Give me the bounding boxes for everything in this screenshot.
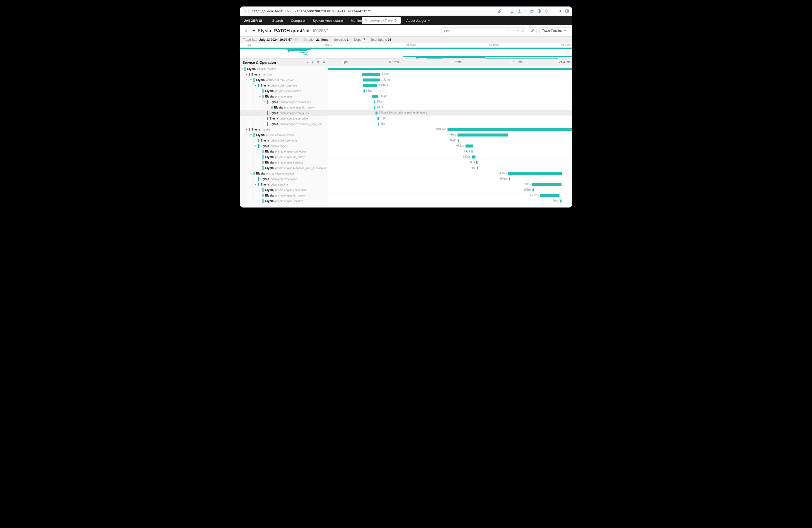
span-bar[interactable] bbox=[328, 68, 572, 70]
toggle-icon[interactable] bbox=[253, 138, 258, 143]
span-bar[interactable] bbox=[378, 122, 379, 126]
collapse-all-icon[interactable] bbox=[317, 61, 320, 64]
timeline-row[interactable]: 4.7ms bbox=[328, 171, 572, 176]
nav-monitor[interactable]: Monitor bbox=[351, 19, 362, 23]
span-bar[interactable] bbox=[533, 189, 534, 191]
back-button[interactable] bbox=[243, 27, 250, 34]
timeline-row[interactable]: 565μs bbox=[328, 94, 572, 99]
span-bar[interactable] bbox=[472, 156, 476, 159]
span-bar[interactable] bbox=[374, 101, 375, 103]
trace-lookup-input[interactable] bbox=[369, 18, 398, 23]
timeline-row[interactable]: 85μs bbox=[328, 88, 572, 94]
folder-icon[interactable] bbox=[530, 9, 534, 13]
span-row[interactable]: Elysiahandle bbox=[240, 127, 328, 132]
brand[interactable]: JAEGER UI bbox=[244, 19, 262, 23]
toggle-icon[interactable] bbox=[262, 122, 266, 126]
trace-minimap[interactable]: 0μs5.37ms10.75ms16.12ms21.49ms bbox=[240, 43, 572, 59]
span-row[interactable]: Elysiaprisma:engine:db_query bbox=[240, 110, 328, 116]
span-row[interactable]: Elysiaprisma:client:operation bbox=[240, 171, 328, 176]
span-bar[interactable] bbox=[376, 112, 377, 115]
span-bar[interactable] bbox=[458, 139, 459, 142]
span-row[interactable]: Elysiaprisma:engine:connection bbox=[240, 149, 328, 154]
span-row[interactable]: Elysiaprisma:engine bbox=[240, 94, 328, 99]
toggle-icon[interactable] bbox=[245, 73, 248, 76]
span-row[interactable]: Elysiaprisma:engine:db_query bbox=[240, 193, 328, 198]
span-bar[interactable] bbox=[509, 177, 510, 180]
globe-icon[interactable] bbox=[537, 9, 541, 13]
timeline-row[interactable]: 75μs bbox=[328, 99, 572, 105]
expand-one-icon[interactable] bbox=[311, 61, 314, 64]
span-bar[interactable] bbox=[508, 172, 562, 175]
toggle-icon[interactable] bbox=[267, 105, 271, 109]
span-row[interactable]: Elysiaprisma:engine:response_json_seri..… bbox=[240, 121, 328, 127]
timeline-row[interactable]: 4μs bbox=[328, 121, 572, 127]
toggle-icon[interactable] bbox=[258, 188, 262, 192]
timeline-row[interactable]: 171μs | Elysia::prisma:engine:db_query bbox=[328, 110, 572, 116]
timeline-row[interactable]: 18μs bbox=[328, 116, 572, 121]
about-menu[interactable]: About Jaeger bbox=[406, 19, 430, 23]
timeline-row[interactable]: 1.71ms bbox=[328, 193, 572, 198]
span-row[interactable]: Elysiaprisma:client:operation bbox=[240, 132, 328, 138]
camera-icon[interactable] bbox=[518, 9, 522, 13]
timeline-row[interactable]: 26μs bbox=[328, 198, 572, 204]
timeline-row[interactable]: 104μs bbox=[328, 176, 572, 182]
span-row[interactable]: Elysiaprisma:engine:serialize bbox=[240, 116, 328, 121]
span-row[interactable]: Elysiaprisma:engine:serialize bbox=[240, 198, 328, 204]
view-dropdown[interactable]: Trace Timeline bbox=[539, 27, 569, 34]
span-bar[interactable] bbox=[465, 145, 473, 147]
toggle-icon[interactable] bbox=[258, 161, 262, 164]
timeline-row[interactable]: 2.59ms bbox=[328, 182, 572, 187]
toggle-icon[interactable] bbox=[249, 133, 253, 137]
timeline-row[interactable] bbox=[328, 66, 572, 72]
span-bar[interactable] bbox=[374, 106, 375, 109]
span-row[interactable]: ElysiagetUserIdFromSession bbox=[240, 77, 328, 83]
toggle-icon[interactable] bbox=[253, 144, 258, 148]
span-bar[interactable] bbox=[532, 183, 562, 186]
toggle-icon[interactable] bbox=[262, 111, 266, 115]
span-row[interactable]: Elysiaprisma:engine bbox=[240, 182, 328, 187]
span-row[interactable]: Elysiaprisma:engine:response_json_serial… bbox=[240, 165, 328, 171]
span-row[interactable]: Elysiaprisma:engine:connection bbox=[240, 187, 328, 193]
timeline-row[interactable]: 4μs bbox=[328, 165, 572, 171]
span-bar[interactable] bbox=[472, 150, 473, 153]
toggle-icon[interactable] bbox=[258, 199, 262, 203]
timeline-row[interactable]: 20μs bbox=[328, 160, 572, 165]
target-icon[interactable] bbox=[545, 9, 549, 13]
nav-sysarch[interactable]: System Architecture bbox=[313, 19, 343, 23]
toggle-icon[interactable] bbox=[258, 193, 262, 197]
timeline-row[interactable]: 1.24ms bbox=[328, 83, 572, 88]
timeline-row[interactable]: 1.51ms bbox=[328, 77, 572, 83]
span-bar[interactable] bbox=[448, 128, 572, 131]
span-bar[interactable] bbox=[560, 200, 562, 203]
span-row[interactable]: Elysiaprisma:engine:serialize bbox=[240, 160, 328, 165]
span-bar[interactable] bbox=[377, 117, 379, 120]
chevron-down-icon[interactable] bbox=[517, 29, 519, 33]
span-row[interactable]: Elysiaprisma:client:operation bbox=[240, 83, 328, 88]
timeline-row[interactable]: 1.6ms bbox=[328, 72, 572, 77]
devtools-icon[interactable] bbox=[557, 9, 562, 13]
timeline-row[interactable]: 106μs bbox=[328, 187, 572, 193]
timeline-row[interactable]: 320μs bbox=[328, 154, 572, 160]
toggle-icon[interactable] bbox=[240, 67, 244, 71]
download-icon[interactable] bbox=[510, 9, 514, 13]
toggle-icon[interactable] bbox=[262, 100, 266, 104]
chevron-up-icon[interactable] bbox=[512, 29, 514, 33]
span-bar[interactable] bbox=[476, 161, 478, 164]
toggle-icon[interactable] bbox=[258, 149, 262, 153]
span-row[interactable]: Elysiaprisma:engine:db_query bbox=[240, 105, 328, 110]
span-bar[interactable] bbox=[363, 78, 380, 82]
toggle-icon[interactable] bbox=[262, 117, 266, 120]
toggle-icon[interactable] bbox=[249, 78, 253, 82]
span-row[interactable]: Elysiaprisma:engine bbox=[240, 143, 328, 149]
span-row[interactable]: Elysiaprisma:client:serialize bbox=[240, 138, 328, 143]
find-input[interactable] bbox=[444, 29, 507, 33]
span-row[interactable]: Elysiaprisma:client:serialize bbox=[240, 88, 328, 94]
toggle-icon[interactable] bbox=[258, 166, 262, 170]
span-row[interactable]: ElysiaPATCH /post/:id bbox=[240, 66, 328, 72]
expand-all-icon[interactable] bbox=[322, 61, 325, 64]
span-bar[interactable] bbox=[372, 95, 378, 98]
toggle-icon[interactable] bbox=[253, 84, 258, 88]
span-row[interactable]: Elysiaprisma:client:serialize bbox=[240, 176, 328, 182]
timeline-row[interactable]: 692μs bbox=[328, 143, 572, 149]
page-info-icon[interactable]: i bbox=[243, 8, 248, 14]
